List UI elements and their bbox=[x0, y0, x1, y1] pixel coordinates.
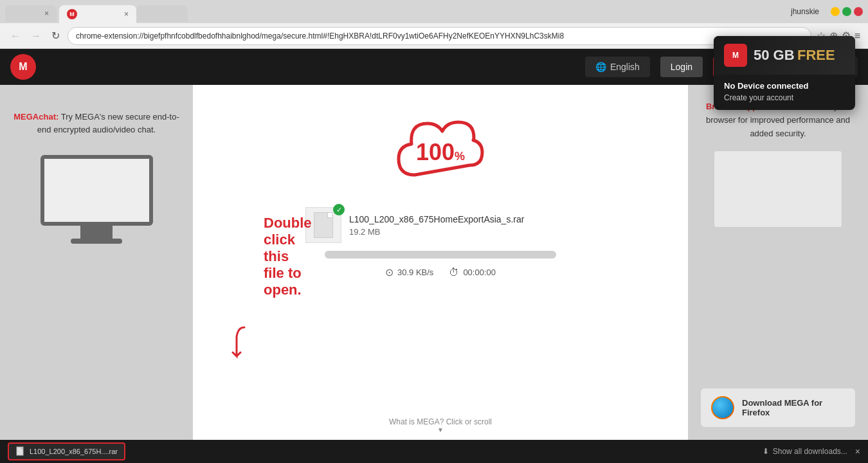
url-input[interactable] bbox=[68, 27, 811, 45]
mega-logo: M bbox=[10, 54, 36, 80]
browser-preview bbox=[714, 150, 842, 228]
globe-icon: 🌐 bbox=[595, 62, 606, 72]
browser-menu-btn[interactable]: ≡ bbox=[854, 30, 860, 42]
download-speed-stat: ⊙ 30.9 KB/s bbox=[385, 266, 433, 278]
cloud-container: 100% bbox=[389, 111, 492, 194]
instruction-container: Double click this file to open. bbox=[225, 324, 256, 363]
file-info-box: ✓ L100_L200_x86_675HomeExportAsia_s.rar … bbox=[305, 207, 575, 243]
cloud-percent: 100% bbox=[416, 139, 465, 166]
main-layout: MEGAchat: Try MEGA's new secure end-to-e… bbox=[0, 85, 868, 440]
back-btn[interactable]: ← bbox=[8, 28, 23, 44]
language-btn[interactable]: 🌐 English bbox=[585, 57, 650, 77]
refresh-btn[interactable]: ↻ bbox=[49, 27, 62, 44]
megachat-description: MEGAchat: Try MEGA's new secure end-to-e… bbox=[13, 111, 180, 136]
tab-close-mega[interactable]: × bbox=[124, 10, 129, 19]
forward-btn[interactable]: → bbox=[28, 28, 44, 44]
popup-promo: M 50 GB FREE bbox=[714, 36, 855, 75]
popup-promo-text: 50 GB FREE bbox=[754, 47, 835, 64]
percent-value: 100 bbox=[416, 139, 455, 165]
download-file-item[interactable]: L100_L200_x86_675H....rar bbox=[8, 442, 125, 460]
progress-bar-fill bbox=[325, 251, 556, 259]
file-icon bbox=[15, 446, 26, 457]
scroll-chevron-icon: ▼ bbox=[389, 426, 492, 433]
clock-icon: ⏱ bbox=[449, 267, 459, 278]
tab-close-1[interactable]: × bbox=[44, 9, 49, 18]
firefox-download-label: Download MEGA for Firefox bbox=[742, 398, 845, 417]
monitor-stand bbox=[80, 226, 113, 239]
window-controls bbox=[831, 7, 863, 16]
firefox-download-box[interactable]: Download MEGA for Firefox bbox=[701, 388, 855, 427]
show-all-downloads[interactable]: ⬇ Show all downloads... bbox=[763, 447, 847, 456]
close-btn[interactable] bbox=[854, 7, 863, 16]
create-account-popup-label: Create your account bbox=[724, 93, 845, 102]
file-thumb-corner bbox=[327, 213, 332, 218]
maximize-btn[interactable] bbox=[842, 7, 851, 16]
show-all-icon: ⬇ bbox=[763, 447, 769, 456]
gb-label: 50 GB bbox=[754, 47, 795, 63]
free-label: FREE bbox=[797, 47, 835, 63]
firefox-icon bbox=[711, 396, 734, 419]
tab-inactive-2[interactable] bbox=[136, 5, 188, 22]
file-name: L100_L200_x86_675HomeExportAsia_s.rar bbox=[349, 214, 575, 224]
popup-mega-icon: M bbox=[724, 44, 747, 67]
browser-tabs: × M × bbox=[5, 0, 787, 23]
file-thumb-inner bbox=[314, 212, 333, 238]
login-btn[interactable]: Login bbox=[660, 57, 703, 77]
download-file-name: L100_L200_x86_675H....rar bbox=[30, 448, 118, 455]
tab-mega[interactable]: M × bbox=[59, 5, 136, 23]
monitor-base bbox=[71, 239, 122, 244]
title-bar: × M × jhunskie bbox=[0, 0, 868, 23]
bottom-bar: L100_L200_x86_675H....rar ⬇ Show all dow… bbox=[0, 440, 868, 463]
progress-bar-container bbox=[325, 251, 556, 259]
file-size: 19.2 MB bbox=[349, 227, 575, 237]
center-content: 100% ✓ L100_L200_x86_675HomeExportAsia_s… bbox=[193, 85, 688, 440]
language-label: English bbox=[610, 62, 640, 72]
svg-text:M: M bbox=[732, 51, 739, 60]
megachat-label: MEGAchat: bbox=[14, 112, 59, 122]
download-stats: ⊙ 30.9 KB/s ⏱ 00:00:00 bbox=[385, 266, 496, 278]
file-details: L100_L200_x86_675HomeExportAsia_s.rar 19… bbox=[349, 214, 575, 237]
left-sidebar: MEGAchat: Try MEGA's new secure end-to-e… bbox=[0, 85, 193, 440]
bottom-scroll: What is MEGA? Click or scroll ▼ bbox=[389, 417, 492, 433]
popup-overlay: M 50 GB FREE No Device connected Create … bbox=[714, 36, 855, 110]
tab-inactive-1[interactable]: × bbox=[5, 5, 57, 22]
monitor-body bbox=[41, 155, 153, 226]
what-is-mega-label: What is MEGA? Click or scroll bbox=[389, 417, 492, 426]
file-check-icon: ✓ bbox=[333, 204, 345, 215]
download-speed-icon: ⊙ bbox=[385, 266, 393, 278]
popup-box: M 50 GB FREE No Device connected Create … bbox=[714, 36, 855, 110]
username-label: jhunskie bbox=[791, 7, 827, 16]
mega-favicon: M bbox=[67, 9, 77, 19]
close-downloads-btn[interactable]: × bbox=[855, 446, 860, 457]
monitor-icon bbox=[41, 155, 153, 244]
minimize-btn[interactable] bbox=[831, 7, 840, 16]
no-device-label: No Device connected bbox=[724, 81, 845, 91]
show-all-label: Show all downloads... bbox=[773, 447, 847, 456]
percent-sign: % bbox=[455, 150, 465, 163]
arrow-icon bbox=[225, 324, 251, 363]
right-sidebar: Browser Apps: Install MEGA into your bro… bbox=[688, 85, 868, 440]
download-time-value: 00:00:00 bbox=[463, 268, 496, 277]
download-time-stat: ⏱ 00:00:00 bbox=[449, 267, 496, 278]
download-speed-value: 30.9 KB/s bbox=[397, 268, 433, 277]
instruction-text: Double click this file to open. bbox=[264, 215, 312, 298]
popup-device-info: No Device connected Create your account bbox=[714, 75, 855, 110]
